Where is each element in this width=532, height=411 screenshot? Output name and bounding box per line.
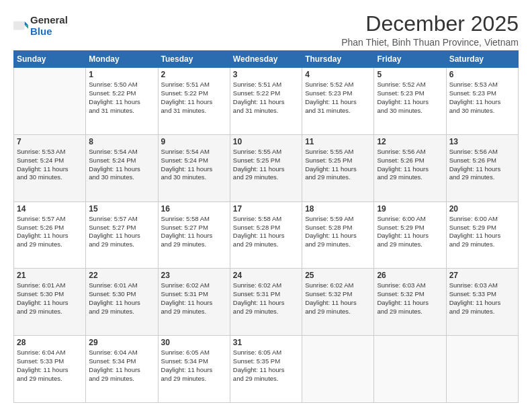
table-row: 7Sunrise: 5:53 AMSunset: 5:24 PMDaylight… (14, 134, 86, 201)
day-number: 29 (89, 338, 154, 347)
table-row: 27Sunrise: 6:03 AMSunset: 5:33 PMDayligh… (446, 269, 518, 336)
day-number: 14 (17, 204, 83, 214)
day-number: 21 (17, 271, 83, 280)
day-number: 1 (89, 70, 154, 79)
title-block: December 2025 Phan Thiet, Binh Thuan Pro… (341, 12, 519, 48)
day-number: 10 (233, 137, 299, 146)
table-row: 11Sunrise: 5:55 AMSunset: 5:25 PMDayligh… (302, 134, 374, 201)
logo-blue-text: Blue (30, 26, 68, 38)
day-info: Sunrise: 6:05 AMSunset: 5:35 PMDaylight:… (233, 349, 299, 383)
table-row (302, 336, 374, 403)
table-row: 25Sunrise: 6:02 AMSunset: 5:32 PMDayligh… (302, 269, 374, 336)
table-row: 5Sunrise: 5:52 AMSunset: 5:23 PMDaylight… (374, 68, 446, 135)
day-number: 15 (89, 204, 154, 214)
day-number: 9 (161, 137, 227, 146)
day-number: 25 (305, 271, 371, 280)
table-row: 8Sunrise: 5:54 AMSunset: 5:24 PMDaylight… (86, 134, 158, 201)
col-saturday: Saturday (446, 51, 518, 68)
day-info: Sunrise: 5:54 AMSunset: 5:24 PMDaylight:… (161, 148, 227, 182)
col-friday: Friday (374, 51, 446, 68)
day-info: Sunrise: 5:57 AMSunset: 5:27 PMDaylight:… (89, 215, 154, 249)
day-number: 30 (161, 338, 227, 347)
svg-rect-2 (13, 21, 25, 30)
day-number: 11 (305, 137, 371, 146)
table-row: 23Sunrise: 6:02 AMSunset: 5:31 PMDayligh… (158, 269, 230, 336)
day-info: Sunrise: 5:50 AMSunset: 5:22 PMDaylight:… (89, 81, 154, 115)
day-info: Sunrise: 5:59 AMSunset: 5:28 PMDaylight:… (305, 215, 371, 249)
day-number: 3 (233, 70, 299, 79)
day-info: Sunrise: 6:01 AMSunset: 5:30 PMDaylight:… (17, 281, 83, 316)
day-number: 26 (377, 271, 443, 280)
day-info: Sunrise: 5:55 AMSunset: 5:25 PMDaylight:… (305, 148, 371, 182)
day-info: Sunrise: 5:58 AMSunset: 5:28 PMDaylight:… (233, 215, 299, 249)
table-row (14, 68, 86, 135)
logo: General Blue (13, 15, 68, 37)
calendar-week-row: 1Sunrise: 5:50 AMSunset: 5:22 PMDaylight… (14, 68, 519, 135)
day-info: Sunrise: 6:02 AMSunset: 5:31 PMDaylight:… (233, 281, 299, 316)
table-row: 3Sunrise: 5:51 AMSunset: 5:22 PMDaylight… (230, 68, 302, 135)
day-number: 23 (161, 271, 227, 280)
day-info: Sunrise: 6:02 AMSunset: 5:31 PMDaylight:… (161, 281, 227, 316)
table-row: 16Sunrise: 5:58 AMSunset: 5:27 PMDayligh… (158, 201, 230, 269)
table-row: 18Sunrise: 5:59 AMSunset: 5:28 PMDayligh… (302, 201, 374, 269)
calendar-header-row: Sunday Monday Tuesday Wednesday Thursday… (14, 51, 519, 68)
table-row: 20Sunrise: 6:00 AMSunset: 5:29 PMDayligh… (446, 201, 518, 269)
day-number: 8 (89, 137, 154, 146)
day-number: 6 (449, 70, 515, 79)
day-info: Sunrise: 6:01 AMSunset: 5:30 PMDaylight:… (89, 281, 154, 316)
day-number: 2 (161, 70, 227, 79)
col-tuesday: Tuesday (158, 51, 230, 68)
day-info: Sunrise: 5:52 AMSunset: 5:23 PMDaylight:… (305, 81, 371, 115)
table-row: 9Sunrise: 5:54 AMSunset: 5:24 PMDaylight… (158, 134, 230, 201)
table-row: 21Sunrise: 6:01 AMSunset: 5:30 PMDayligh… (14, 269, 86, 336)
table-row: 13Sunrise: 5:56 AMSunset: 5:26 PMDayligh… (446, 134, 518, 201)
day-info: Sunrise: 5:56 AMSunset: 5:26 PMDaylight:… (449, 148, 515, 182)
day-number: 4 (305, 70, 371, 79)
svg-marker-1 (25, 25, 29, 29)
day-number: 24 (233, 271, 299, 280)
day-info: Sunrise: 6:03 AMSunset: 5:33 PMDaylight:… (449, 281, 515, 316)
logo-icon (13, 19, 28, 34)
day-number: 27 (449, 271, 515, 280)
main-title: December 2025 (341, 12, 519, 36)
day-info: Sunrise: 6:00 AMSunset: 5:29 PMDaylight:… (449, 215, 515, 249)
day-info: Sunrise: 5:56 AMSunset: 5:26 PMDaylight:… (377, 148, 443, 182)
day-number: 5 (377, 70, 443, 79)
table-row: 28Sunrise: 6:04 AMSunset: 5:33 PMDayligh… (14, 336, 86, 403)
day-number: 19 (377, 204, 443, 214)
day-number: 22 (89, 271, 154, 280)
svg-marker-0 (25, 21, 29, 25)
col-monday: Monday (86, 51, 158, 68)
table-row: 17Sunrise: 5:58 AMSunset: 5:28 PMDayligh… (230, 201, 302, 269)
day-info: Sunrise: 6:02 AMSunset: 5:32 PMDaylight:… (305, 281, 371, 316)
col-thursday: Thursday (302, 51, 374, 68)
day-number: 20 (449, 204, 515, 214)
day-info: Sunrise: 6:03 AMSunset: 5:32 PMDaylight:… (377, 281, 443, 316)
calendar-week-row: 21Sunrise: 6:01 AMSunset: 5:30 PMDayligh… (14, 269, 519, 336)
day-info: Sunrise: 5:53 AMSunset: 5:24 PMDaylight:… (17, 148, 83, 182)
calendar-table: Sunday Monday Tuesday Wednesday Thursday… (13, 50, 519, 403)
table-row: 24Sunrise: 6:02 AMSunset: 5:31 PMDayligh… (230, 269, 302, 336)
day-number: 12 (377, 137, 443, 146)
table-row: 12Sunrise: 5:56 AMSunset: 5:26 PMDayligh… (374, 134, 446, 201)
header: General Blue December 2025 Phan Thiet, B… (13, 12, 519, 48)
table-row: 31Sunrise: 6:05 AMSunset: 5:35 PMDayligh… (230, 336, 302, 403)
table-row: 6Sunrise: 5:53 AMSunset: 5:23 PMDaylight… (446, 68, 518, 135)
day-info: Sunrise: 6:04 AMSunset: 5:33 PMDaylight:… (17, 349, 83, 383)
col-wednesday: Wednesday (230, 51, 302, 68)
day-info: Sunrise: 5:57 AMSunset: 5:26 PMDaylight:… (17, 215, 83, 249)
day-info: Sunrise: 6:05 AMSunset: 5:34 PMDaylight:… (161, 349, 227, 383)
table-row: 19Sunrise: 6:00 AMSunset: 5:29 PMDayligh… (374, 201, 446, 269)
day-info: Sunrise: 5:55 AMSunset: 5:25 PMDaylight:… (233, 148, 299, 182)
day-number: 31 (233, 338, 299, 347)
day-info: Sunrise: 6:04 AMSunset: 5:34 PMDaylight:… (89, 349, 154, 383)
day-number: 7 (17, 137, 83, 146)
table-row: 29Sunrise: 6:04 AMSunset: 5:34 PMDayligh… (86, 336, 158, 403)
logo-general-text: General (30, 15, 68, 26)
table-row: 15Sunrise: 5:57 AMSunset: 5:27 PMDayligh… (86, 201, 158, 269)
table-row (446, 336, 518, 403)
day-info: Sunrise: 5:54 AMSunset: 5:24 PMDaylight:… (89, 148, 154, 182)
day-info: Sunrise: 5:52 AMSunset: 5:23 PMDaylight:… (377, 81, 443, 115)
table-row: 26Sunrise: 6:03 AMSunset: 5:32 PMDayligh… (374, 269, 446, 336)
page: General Blue December 2025 Phan Thiet, B… (0, 0, 532, 411)
